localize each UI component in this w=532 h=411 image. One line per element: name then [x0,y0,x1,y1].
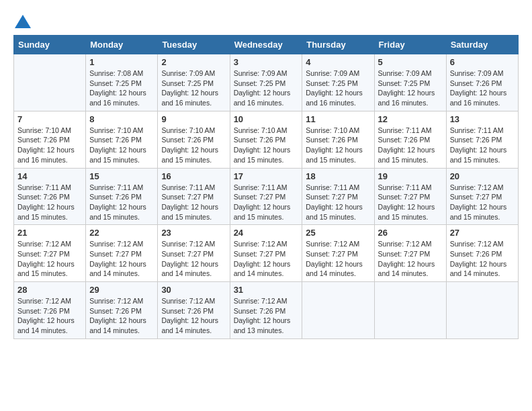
weekday-header-thursday: Thursday [302,36,374,54]
calendar-week-row: 1Sunrise: 7:08 AMSunset: 7:25 PMDaylight… [14,54,519,111]
day-number: 16 [161,171,226,181]
day-info: Sunrise: 7:12 AMSunset: 7:27 PMDaylight:… [89,239,154,279]
day-info: Sunrise: 7:10 AMSunset: 7:26 PMDaylight:… [161,126,226,165]
day-number: 1 [89,57,154,67]
day-info: Sunrise: 7:10 AMSunset: 7:26 PMDaylight:… [234,126,299,165]
day-number: 20 [450,171,515,181]
calendar-week-row: 14Sunrise: 7:11 AMSunset: 7:26 PMDayligh… [14,168,519,225]
day-info: Sunrise: 7:12 AMSunset: 7:27 PMDaylight:… [306,239,370,279]
day-number: 7 [17,114,82,124]
day-number: 3 [234,57,299,67]
day-info: Sunrise: 7:09 AMSunset: 7:25 PMDaylight:… [161,68,226,108]
day-info: Sunrise: 7:11 AMSunset: 7:26 PMDaylight:… [378,126,443,165]
weekday-header-saturday: Saturday [446,36,518,54]
day-number: 26 [378,228,443,238]
day-info: Sunrise: 7:11 AMSunset: 7:26 PMDaylight:… [89,183,154,222]
day-number: 11 [306,114,370,124]
day-number: 18 [306,171,370,181]
calendar-cell: 23Sunrise: 7:12 AMSunset: 7:27 PMDayligh… [158,225,230,282]
day-number: 9 [161,114,226,124]
day-info: Sunrise: 7:12 AMSunset: 7:27 PMDaylight:… [378,239,443,279]
day-info: Sunrise: 7:11 AMSunset: 7:27 PMDaylight:… [234,183,299,222]
logo [13,13,35,30]
calendar-cell: 20Sunrise: 7:12 AMSunset: 7:27 PMDayligh… [446,168,518,225]
calendar-cell: 1Sunrise: 7:08 AMSunset: 7:25 PMDaylight… [86,54,158,111]
day-number: 10 [234,114,299,124]
calendar-cell: 16Sunrise: 7:11 AMSunset: 7:27 PMDayligh… [158,168,230,225]
calendar-cell: 29Sunrise: 7:12 AMSunset: 7:26 PMDayligh… [86,282,158,339]
weekday-header-tuesday: Tuesday [158,36,230,54]
day-info: Sunrise: 7:12 AMSunset: 7:27 PMDaylight:… [234,239,299,279]
calendar-week-row: 21Sunrise: 7:12 AMSunset: 7:27 PMDayligh… [14,225,519,282]
day-info: Sunrise: 7:12 AMSunset: 7:27 PMDaylight:… [17,239,82,279]
day-info: Sunrise: 7:09 AMSunset: 7:25 PMDaylight:… [234,68,299,108]
day-info: Sunrise: 7:11 AMSunset: 7:27 PMDaylight:… [306,183,370,222]
day-number: 17 [234,171,299,181]
day-info: Sunrise: 7:11 AMSunset: 7:27 PMDaylight:… [161,183,226,222]
day-info: Sunrise: 7:09 AMSunset: 7:25 PMDaylight:… [378,68,443,108]
day-number: 19 [378,171,443,181]
day-number: 6 [450,57,515,67]
day-info: Sunrise: 7:08 AMSunset: 7:25 PMDaylight:… [89,68,154,108]
weekday-header-wednesday: Wednesday [230,36,302,54]
day-number: 12 [378,114,443,124]
calendar-cell: 5Sunrise: 7:09 AMSunset: 7:25 PMDaylight… [374,54,446,111]
day-number: 28 [17,285,82,295]
day-number: 15 [89,171,154,181]
day-number: 27 [450,228,515,238]
day-number: 5 [378,57,443,67]
day-number: 25 [306,228,370,238]
calendar-cell: 11Sunrise: 7:10 AMSunset: 7:26 PMDayligh… [302,111,374,168]
day-info: Sunrise: 7:10 AMSunset: 7:26 PMDaylight:… [306,126,370,165]
page-header [13,13,519,30]
day-number: 30 [161,285,226,295]
weekday-header-monday: Monday [86,36,158,54]
calendar-cell: 3Sunrise: 7:09 AMSunset: 7:25 PMDaylight… [230,54,302,111]
day-number: 29 [89,285,154,295]
day-info: Sunrise: 7:12 AMSunset: 7:26 PMDaylight:… [17,296,82,336]
calendar-cell: 18Sunrise: 7:11 AMSunset: 7:27 PMDayligh… [302,168,374,225]
calendar-cell: 8Sunrise: 7:10 AMSunset: 7:26 PMDaylight… [86,111,158,168]
day-info: Sunrise: 7:09 AMSunset: 7:25 PMDaylight:… [306,68,370,108]
calendar-cell: 7Sunrise: 7:10 AMSunset: 7:26 PMDaylight… [14,111,86,168]
weekday-header-friday: Friday [374,36,446,54]
calendar-cell: 15Sunrise: 7:11 AMSunset: 7:26 PMDayligh… [86,168,158,225]
day-number: 8 [89,114,154,124]
calendar-cell [14,54,86,111]
day-number: 2 [161,57,226,67]
calendar-cell: 9Sunrise: 7:10 AMSunset: 7:26 PMDaylight… [158,111,230,168]
day-info: Sunrise: 7:12 AMSunset: 7:26 PMDaylight:… [234,296,299,336]
calendar-cell [302,282,374,339]
weekday-header-row: SundayMondayTuesdayWednesdayThursdayFrid… [14,36,519,54]
calendar-cell: 2Sunrise: 7:09 AMSunset: 7:25 PMDaylight… [158,54,230,111]
day-number: 31 [234,285,299,295]
day-info: Sunrise: 7:09 AMSunset: 7:26 PMDaylight:… [450,68,515,108]
day-info: Sunrise: 7:10 AMSunset: 7:26 PMDaylight:… [89,126,154,165]
calendar-cell: 28Sunrise: 7:12 AMSunset: 7:26 PMDayligh… [14,282,86,339]
calendar-cell: 30Sunrise: 7:12 AMSunset: 7:26 PMDayligh… [158,282,230,339]
day-number: 13 [450,114,515,124]
calendar-cell: 22Sunrise: 7:12 AMSunset: 7:27 PMDayligh… [86,225,158,282]
weekday-header-sunday: Sunday [14,36,86,54]
calendar-cell: 14Sunrise: 7:11 AMSunset: 7:26 PMDayligh… [14,168,86,225]
calendar-cell [446,282,518,339]
calendar-cell: 19Sunrise: 7:11 AMSunset: 7:27 PMDayligh… [374,168,446,225]
day-info: Sunrise: 7:12 AMSunset: 7:26 PMDaylight:… [89,296,154,336]
calendar-cell: 25Sunrise: 7:12 AMSunset: 7:27 PMDayligh… [302,225,374,282]
calendar-cell: 13Sunrise: 7:11 AMSunset: 7:26 PMDayligh… [446,111,518,168]
day-number: 14 [17,171,82,181]
day-info: Sunrise: 7:11 AMSunset: 7:26 PMDaylight:… [450,126,515,165]
calendar-cell: 21Sunrise: 7:12 AMSunset: 7:27 PMDayligh… [14,225,86,282]
day-number: 23 [161,228,226,238]
day-number: 24 [234,228,299,238]
day-number: 4 [306,57,370,67]
day-info: Sunrise: 7:10 AMSunset: 7:26 PMDaylight:… [17,126,82,165]
calendar-cell: 31Sunrise: 7:12 AMSunset: 7:26 PMDayligh… [230,282,302,339]
calendar-cell: 10Sunrise: 7:10 AMSunset: 7:26 PMDayligh… [230,111,302,168]
calendar-week-row: 28Sunrise: 7:12 AMSunset: 7:26 PMDayligh… [14,282,519,339]
day-info: Sunrise: 7:12 AMSunset: 7:26 PMDaylight:… [161,296,226,336]
calendar-cell: 26Sunrise: 7:12 AMSunset: 7:27 PMDayligh… [374,225,446,282]
day-info: Sunrise: 7:12 AMSunset: 7:27 PMDaylight:… [161,239,226,279]
calendar-week-row: 7Sunrise: 7:10 AMSunset: 7:26 PMDaylight… [14,111,519,168]
calendar-cell: 6Sunrise: 7:09 AMSunset: 7:26 PMDaylight… [446,54,518,111]
